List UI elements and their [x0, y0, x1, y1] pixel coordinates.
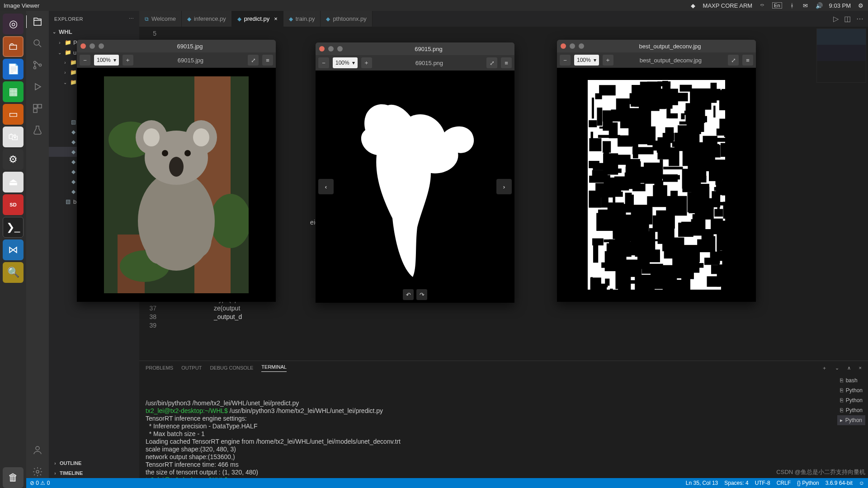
zoom-in-button[interactable]: ＋: [361, 57, 372, 68]
terminal-instance[interactable]: ⎘bash: [837, 375, 865, 385]
bluetooth-icon[interactable]: ᚼ: [788, 2, 796, 9]
zoom-dropdown[interactable]: 100% ▾: [333, 57, 358, 68]
window-titlebar[interactable]: 69015.jpg: [77, 40, 276, 52]
status-item[interactable]: Spaces: 4: [724, 480, 748, 486]
zoom-out-button[interactable]: −: [318, 57, 329, 68]
launcher-calc-icon[interactable]: ▦: [3, 81, 24, 102]
editor-tab[interactable]: ◆pthtoonnx.py: [321, 11, 372, 27]
terminal[interactable]: ⎘bash⎘Python⎘Python⎘Python▸Python /usr/b…: [139, 375, 868, 478]
image-viewer-window[interactable]: 69015.jpg − 100% ▾ ＋ 69015.jpg ⤢ ≡: [77, 40, 276, 302]
launcher-sd-icon[interactable]: SD: [3, 194, 24, 215]
maximize-window-icon[interactable]: [337, 46, 343, 52]
run-icon[interactable]: ▷: [833, 14, 839, 23]
zoom-in-button[interactable]: ＋: [603, 55, 613, 66]
panel-tab[interactable]: TERMINAL: [261, 364, 287, 372]
status-item[interactable]: CRLF: [777, 480, 791, 486]
launcher-writer-icon[interactable]: 📄: [3, 59, 24, 80]
launcher-files-icon[interactable]: 🗀: [3, 36, 24, 57]
clock[interactable]: 9:03 PM: [829, 2, 851, 9]
fullscreen-button[interactable]: ⤢: [248, 55, 259, 66]
launcher-disk-icon[interactable]: ⏏: [3, 172, 24, 192]
image-viewer-window[interactable]: best_output_deconv.jpg − 100% ▾ ＋ best_o…: [557, 40, 756, 302]
more-icon[interactable]: ⋯: [129, 16, 134, 22]
launcher-impress-icon[interactable]: ▭: [3, 104, 24, 125]
fullscreen-button[interactable]: ⤢: [486, 57, 497, 68]
gear-icon[interactable]: ⚙: [857, 2, 864, 9]
launcher-terminal-icon[interactable]: ❯_: [3, 217, 24, 238]
fullscreen-button[interactable]: ⤢: [728, 55, 739, 66]
close-window-icon[interactable]: [80, 43, 86, 49]
rotate-left-button[interactable]: ↶: [403, 289, 414, 300]
image-canvas[interactable]: [557, 68, 756, 302]
activity-account-icon[interactable]: [31, 444, 44, 456]
status-problems[interactable]: ⊘ 0 ⚠ 0: [30, 480, 50, 486]
minimize-window-icon[interactable]: [90, 43, 95, 49]
next-image-button[interactable]: ›: [496, 179, 512, 194]
minimize-window-icon[interactable]: [570, 43, 575, 49]
activity-search-icon[interactable]: [31, 37, 44, 50]
image-canvas[interactable]: ‹› ↶↷: [316, 70, 514, 303]
launcher-vscode-icon[interactable]: ⋈: [3, 239, 24, 260]
rotate-right-button[interactable]: ↷: [416, 289, 427, 300]
close-window-icon[interactable]: [319, 46, 325, 52]
split-icon[interactable]: ◫: [844, 14, 851, 23]
volume-icon[interactable]: 🔊: [816, 2, 823, 9]
zoom-in-button[interactable]: ＋: [123, 55, 133, 66]
minimize-window-icon[interactable]: [328, 46, 334, 52]
window-titlebar[interactable]: best_output_deconv.jpg: [557, 40, 756, 52]
launcher-viewer-icon[interactable]: 🔍: [3, 262, 24, 283]
status-item[interactable]: Ln 35, Col 13: [686, 480, 718, 486]
editor-tab[interactable]: ⧉Welcome: [139, 11, 182, 27]
outline-section[interactable]: ›OUTLINE: [49, 458, 139, 468]
zoom-dropdown[interactable]: 100% ▾: [574, 55, 599, 66]
minimap[interactable]: [816, 28, 866, 83]
launcher-store-icon[interactable]: 🛍: [3, 127, 24, 147]
new-terminal-icon[interactable]: ＋: [822, 365, 827, 371]
timeline-section[interactable]: ›TIMELINE: [49, 468, 139, 478]
image-viewer-window[interactable]: 69015.png − 100% ▾ ＋ 69015.png ⤢ ≡ ‹› ↶↷: [316, 42, 514, 303]
workspace-root[interactable]: WHL: [59, 28, 72, 35]
image-canvas[interactable]: [77, 68, 276, 302]
activity-explorer-icon[interactable]: [26, 15, 48, 28]
window-titlebar[interactable]: 69015.png: [316, 42, 514, 55]
zoom-out-button[interactable]: −: [560, 55, 571, 66]
editor-tab[interactable]: ◆predict.py×: [232, 11, 283, 27]
launcher-settings-icon[interactable]: ⚙: [3, 149, 24, 170]
more-icon[interactable]: ⋯: [856, 14, 863, 23]
activity-debug-icon[interactable]: [31, 80, 44, 93]
terminal-instance[interactable]: ⎘Python: [837, 395, 865, 405]
close-panel-icon[interactable]: ×: [859, 365, 862, 371]
lang-indicator[interactable]: En: [772, 2, 782, 9]
launcher-dash-icon[interactable]: ◎: [3, 14, 24, 34]
editor-tab[interactable]: ◆inference.py: [182, 11, 232, 27]
maximize-window-icon[interactable]: [99, 43, 104, 49]
panel-tab[interactable]: OUTPUT: [181, 365, 202, 371]
maximize-icon[interactable]: ∧: [847, 365, 851, 371]
activity-scm-icon[interactable]: [31, 59, 44, 71]
activity-settings-icon[interactable]: [31, 465, 44, 478]
wifi-icon[interactable]: ⌔: [759, 2, 766, 9]
zoom-dropdown[interactable]: 100% ▾: [94, 55, 119, 66]
mail-icon[interactable]: ✉: [802, 2, 809, 9]
status-item[interactable]: UTF-8: [755, 480, 770, 486]
menu-button[interactable]: ≡: [262, 55, 273, 66]
status-item[interactable]: {} Python: [797, 480, 819, 486]
terminal-instance[interactable]: ▸Python: [837, 415, 865, 425]
panel-tab[interactable]: DEBUG CONSOLE: [210, 365, 253, 371]
close-window-icon[interactable]: [561, 43, 566, 49]
dropdown-icon[interactable]: ⌄: [835, 365, 839, 371]
maximize-window-icon[interactable]: [579, 43, 584, 49]
close-icon[interactable]: ×: [274, 15, 278, 22]
menu-button[interactable]: ≡: [742, 55, 753, 66]
launcher-trash-icon[interactable]: 🗑: [3, 467, 24, 488]
status-item[interactable]: 3.6.9 64-bit: [826, 480, 853, 486]
prev-image-button[interactable]: ‹: [318, 179, 334, 194]
menu-button[interactable]: ≡: [501, 57, 512, 68]
zoom-out-button[interactable]: −: [80, 55, 90, 66]
activity-test-icon[interactable]: [31, 124, 44, 136]
activity-extensions-icon[interactable]: [31, 102, 44, 115]
editor-tab[interactable]: ◆train.py: [283, 11, 321, 27]
terminal-instance[interactable]: ⎘Python: [837, 405, 865, 415]
panel-tab[interactable]: PROBLEMS: [146, 365, 173, 371]
terminal-instance[interactable]: ⎘Python: [837, 385, 865, 395]
